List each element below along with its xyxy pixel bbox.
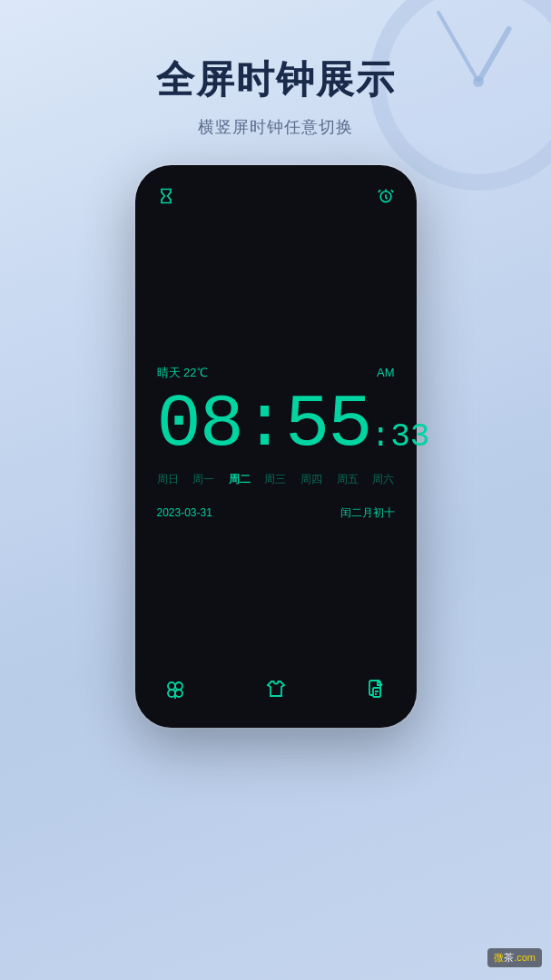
phone-bottom-bar: [150, 671, 402, 710]
svg-rect-7: [373, 688, 380, 697]
svg-point-1: [168, 682, 175, 690]
period-text: AM: [377, 366, 395, 379]
watermark-brand: .com: [514, 952, 536, 963]
weekday-tue: 周二: [229, 472, 251, 487]
clover-icon[interactable]: [164, 679, 186, 706]
page-title: 全屏时钟展示: [0, 54, 551, 105]
alarm-icon[interactable]: [377, 187, 395, 210]
watermark: 微茶.com: [487, 948, 542, 967]
svg-point-3: [168, 690, 175, 697]
weather-text: 晴天 22℃: [157, 365, 208, 381]
page-subtitle: 横竖屏时钟任意切换: [0, 116, 551, 138]
time-display: 08:55 :33: [157, 388, 395, 463]
time-seconds: :33: [371, 418, 430, 456]
weekdays-row: 周日 周一 周二 周三 周四 周五 周六: [157, 472, 395, 487]
time-hours: 08:55: [157, 388, 371, 463]
clock-display-area: 晴天 22℃ AM 08:55 :33 周日 周一 周二 周三 周四 周五 周六…: [150, 220, 402, 664]
weekday-wed: 周三: [264, 472, 286, 487]
hourglass-icon[interactable]: [157, 187, 175, 210]
svg-point-2: [175, 682, 182, 690]
watermark-icon: 微: [494, 952, 504, 963]
weekday-fri: 周五: [337, 472, 359, 487]
header-section: 全屏时钟展示 横竖屏时钟任意切换: [0, 0, 551, 138]
shirt-icon[interactable]: [265, 679, 287, 706]
lunar-date: 闰二月初十: [340, 505, 395, 521]
weekday-sat: 周六: [372, 472, 394, 487]
date-row: 2023-03-31 闰二月初十: [157, 505, 395, 521]
phone-mockup: 晴天 22℃ AM 08:55 :33 周日 周一 周二 周三 周四 周五 周六…: [135, 165, 417, 728]
svg-point-4: [175, 690, 182, 697]
weekday-sun: 周日: [157, 472, 179, 487]
weather-row: 晴天 22℃ AM: [157, 365, 395, 381]
phone-container: 晴天 22℃ AM 08:55 :33 周日 周一 周二 周三 周四 周五 周六…: [0, 165, 551, 728]
weekday-mon: 周一: [192, 472, 214, 487]
weekday-thu: 周四: [300, 472, 322, 487]
gregorian-date: 2023-03-31: [157, 506, 212, 519]
phone-top-bar: [150, 183, 402, 213]
file-icon[interactable]: [366, 679, 388, 706]
